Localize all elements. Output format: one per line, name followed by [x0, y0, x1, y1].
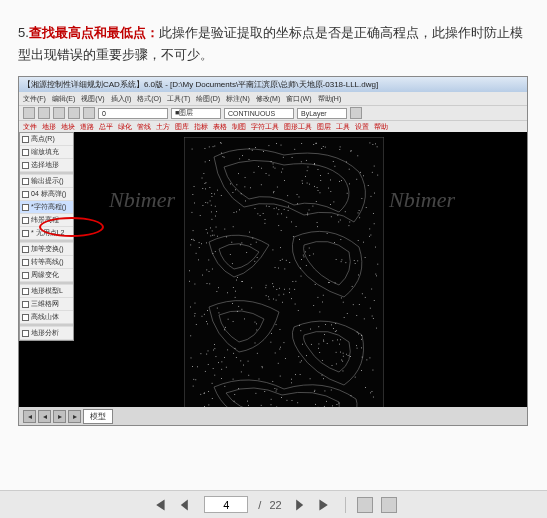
tool-icon[interactable]	[350, 107, 362, 119]
checkbox-icon	[22, 272, 29, 279]
svg-rect-523	[341, 298, 342, 299]
side-panel-item[interactable]: 输出提示()	[20, 175, 73, 188]
svg-rect-143	[346, 354, 347, 355]
side-panel-item[interactable]: 地形分析	[20, 327, 73, 340]
side-panel-item[interactable]: 高线山体	[20, 311, 73, 324]
pager-first-button[interactable]	[150, 496, 168, 514]
side-panel-item[interactable]: 04 标高弹()	[20, 188, 73, 201]
svg-rect-152	[236, 212, 237, 213]
svg-rect-70	[191, 358, 192, 359]
side-panel-item[interactable]: *字符高程()	[20, 201, 73, 214]
toolbar2-item[interactable]: 图形工具	[284, 122, 312, 132]
svg-rect-30	[318, 327, 319, 328]
color-combo[interactable]: ■图层	[171, 108, 221, 119]
cad-canvas[interactable]: 高点(R)缩放填充选择地形输出提示()04 标高弹()*字符高程()纬景高程* …	[19, 132, 527, 407]
tool-icon[interactable]	[23, 107, 35, 119]
toolbar2-item[interactable]: 地块	[61, 122, 75, 132]
pager-next-button[interactable]	[290, 496, 308, 514]
toolbar2-item[interactable]: 图库	[175, 122, 189, 132]
svg-rect-131	[214, 349, 215, 350]
pager-last-button[interactable]	[316, 496, 334, 514]
toolbar2-item[interactable]: 表格	[213, 122, 227, 132]
toolbar2-item[interactable]: 图层	[317, 122, 331, 132]
side-panel-item[interactable]: * 无用点L2	[20, 227, 73, 240]
side-panel-item[interactable]: 缩放填充	[20, 146, 73, 159]
layer-combo[interactable]: 0	[98, 108, 168, 119]
svg-rect-395	[215, 216, 216, 217]
svg-rect-56	[233, 379, 234, 380]
menu-item[interactable]: 帮助(H)	[318, 94, 342, 104]
toolbar2-item[interactable]: 指标	[194, 122, 208, 132]
side-panel-item[interactable]: 加等变换()	[20, 243, 73, 256]
menu-item[interactable]: 编辑(E)	[52, 94, 75, 104]
toolbar2-item[interactable]: 总平	[99, 122, 113, 132]
svg-rect-192	[257, 353, 258, 354]
toolbar2-item[interactable]: 绿化	[118, 122, 132, 132]
svg-rect-309	[294, 289, 295, 290]
svg-rect-481	[281, 145, 282, 146]
toolbar2-item[interactable]: 道路	[80, 122, 94, 132]
tab-next-icon[interactable]: ▸	[53, 410, 66, 423]
side-panel-item[interactable]: 地形模型L	[20, 285, 73, 298]
svg-rect-267	[257, 214, 258, 215]
toolbar2-item[interactable]: 文件	[23, 122, 37, 132]
toolbar2-item[interactable]: 帮助	[374, 122, 388, 132]
svg-rect-320	[346, 162, 347, 163]
svg-rect-298	[341, 180, 342, 181]
menu-item[interactable]: 文件(F)	[23, 94, 46, 104]
svg-rect-237	[237, 277, 238, 278]
svg-rect-279	[309, 184, 310, 185]
menu-item[interactable]: 修改(M)	[256, 94, 281, 104]
tab-first-icon[interactable]: ◂	[23, 410, 36, 423]
tool-icon[interactable]	[83, 107, 95, 119]
pager-prev-button[interactable]	[176, 496, 194, 514]
view-button[interactable]	[381, 497, 397, 513]
svg-rect-197	[209, 284, 210, 285]
svg-rect-420	[234, 401, 235, 402]
toolbar2-item[interactable]: 土方	[156, 122, 170, 132]
toolbar2-item[interactable]: 地形	[42, 122, 56, 132]
tab-last-icon[interactable]: ▸	[68, 410, 81, 423]
svg-rect-264	[377, 175, 378, 176]
svg-rect-342	[341, 262, 342, 263]
svg-rect-470	[336, 331, 337, 332]
toolbar2-item[interactable]: 制图	[232, 122, 246, 132]
side-panel-item[interactable]: 周缘变化	[20, 269, 73, 282]
menu-item[interactable]: 工具(T)	[167, 94, 190, 104]
side-panel-item[interactable]: 选择地形	[20, 159, 73, 172]
toolbar2-item[interactable]: 设置	[355, 122, 369, 132]
tool-icon[interactable]	[68, 107, 80, 119]
side-panel-item[interactable]: 三维格网	[20, 298, 73, 311]
zoom-button[interactable]	[357, 497, 373, 513]
linetype-combo[interactable]: CONTINUOUS	[224, 108, 294, 119]
toolbar2-item[interactable]: 管线	[137, 122, 151, 132]
svg-rect-201	[209, 271, 210, 272]
watermark: Nbimer	[389, 187, 455, 213]
svg-rect-5	[301, 259, 302, 260]
menu-item[interactable]: 窗口(W)	[286, 94, 311, 104]
svg-rect-204	[189, 271, 190, 272]
side-panel-item[interactable]: 纬景高程	[20, 214, 73, 227]
lineweight-combo[interactable]: ByLayer	[297, 108, 347, 119]
svg-rect-9	[317, 187, 318, 188]
toolbar2-item[interactable]: 工具	[336, 122, 350, 132]
side-panel-item[interactable]: 高点(R)	[20, 133, 73, 146]
menu-item[interactable]: 视图(V)	[81, 94, 104, 104]
svg-rect-79	[273, 250, 274, 251]
menu-item[interactable]: 绘图(D)	[196, 94, 220, 104]
tab-prev-icon[interactable]: ◂	[38, 410, 51, 423]
tool-icon[interactable]	[53, 107, 65, 119]
tool-icon[interactable]	[38, 107, 50, 119]
menu-item[interactable]: 格式(O)	[137, 94, 161, 104]
menu-item[interactable]: 插入(I)	[111, 94, 132, 104]
svg-rect-210	[335, 166, 336, 167]
svg-rect-535	[376, 328, 377, 329]
toolbar2-item[interactable]: 字符工具	[251, 122, 279, 132]
svg-rect-53	[194, 186, 195, 187]
svg-rect-485	[241, 194, 242, 195]
side-panel-item[interactable]: 转等高线()	[20, 256, 73, 269]
page-current-input[interactable]: 4	[204, 496, 248, 513]
model-tab[interactable]: 模型	[83, 409, 113, 424]
svg-rect-62	[242, 281, 243, 282]
menu-item[interactable]: 标注(N)	[226, 94, 250, 104]
